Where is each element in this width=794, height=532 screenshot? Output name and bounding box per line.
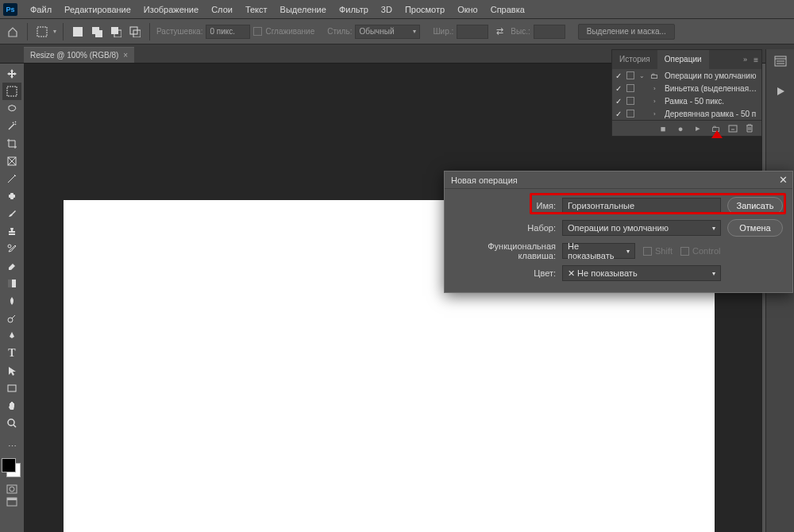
svg-point-12 bbox=[8, 245, 11, 248]
check-icon[interactable]: ✓ bbox=[615, 97, 622, 106]
panel-menu-icon[interactable]: ≡ bbox=[754, 56, 758, 64]
menu-layers[interactable]: Слои bbox=[205, 0, 239, 19]
dock-icon-1[interactable] bbox=[770, 52, 791, 70]
set-select[interactable]: Операции по умолчанию▾ bbox=[562, 220, 721, 236]
svg-rect-23 bbox=[729, 125, 737, 132]
color-swatches[interactable] bbox=[2, 458, 22, 479]
caret-icon[interactable]: › bbox=[653, 110, 660, 118]
dock-play-icon[interactable] bbox=[770, 83, 791, 100]
history-brush-tool[interactable] bbox=[2, 240, 21, 257]
menu-filter[interactable]: Фильтр bbox=[333, 0, 375, 19]
crop-tool[interactable] bbox=[2, 135, 21, 152]
width-input[interactable] bbox=[457, 25, 488, 39]
modal-icon[interactable] bbox=[626, 71, 634, 79]
modal-icon[interactable] bbox=[626, 110, 634, 118]
fg-swatch[interactable] bbox=[2, 458, 16, 472]
check-icon[interactable]: ✓ bbox=[615, 110, 622, 118]
caret-icon[interactable]: ⌄ bbox=[639, 72, 646, 79]
eyedropper-tool[interactable] bbox=[2, 170, 21, 187]
hand-tool[interactable] bbox=[2, 397, 21, 414]
quickmask-icon[interactable] bbox=[6, 484, 18, 495]
document-tab[interactable]: Resize @ 100% (RGB/8) × bbox=[24, 47, 134, 63]
marquee-tool-icon[interactable] bbox=[34, 24, 50, 40]
control-checkbox[interactable] bbox=[680, 247, 689, 256]
menu-image[interactable]: Изображение bbox=[137, 0, 205, 19]
shift-checkbox[interactable] bbox=[643, 247, 652, 256]
move-tool[interactable] bbox=[2, 65, 21, 83]
tab-actions[interactable]: Операции bbox=[657, 50, 709, 69]
height-input[interactable] bbox=[534, 25, 565, 39]
modal-icon[interactable] bbox=[626, 84, 634, 92]
action-row[interactable]: ✓ › Виньетка (выделенная о... bbox=[612, 82, 761, 94]
menu-edit[interactable]: Редактирование bbox=[58, 0, 137, 19]
svg-rect-14 bbox=[8, 279, 12, 287]
swap-wh-icon[interactable]: ⇄ bbox=[491, 24, 507, 40]
zoom-tool[interactable] bbox=[2, 414, 21, 432]
blur-tool[interactable] bbox=[2, 292, 21, 310]
stop-icon[interactable]: ■ bbox=[658, 124, 668, 133]
caret-icon[interactable]: › bbox=[653, 85, 660, 92]
type-tool[interactable]: T bbox=[2, 345, 21, 362]
gradient-tool[interactable] bbox=[2, 275, 21, 292]
new-action-dialog: Новая операция ✕ Имя: Записать Набор: Оп… bbox=[444, 171, 793, 293]
menu-file[interactable]: Файл bbox=[24, 0, 58, 19]
caret-icon[interactable]: › bbox=[653, 98, 660, 105]
document-tab-label: Resize @ 100% (RGB/8) bbox=[30, 51, 118, 60]
dialog-title: Новая операция bbox=[451, 175, 518, 185]
lasso-tool[interactable] bbox=[2, 100, 21, 118]
home-icon[interactable] bbox=[5, 24, 21, 40]
panel-expand-icon[interactable]: » bbox=[743, 56, 747, 64]
menu-select[interactable]: Выделение bbox=[274, 0, 333, 19]
menu-bar: Ps Файл Редактирование Изображение Слои … bbox=[0, 0, 794, 19]
action-label: Рамка - 50 пикс. bbox=[665, 97, 758, 106]
menu-3d[interactable]: 3D bbox=[375, 0, 399, 19]
close-icon[interactable]: × bbox=[123, 51, 128, 60]
folder-icon: 🗀 bbox=[650, 71, 660, 80]
brush-tool[interactable] bbox=[2, 205, 21, 222]
cancel-button[interactable]: Отмена bbox=[727, 219, 783, 237]
action-row[interactable]: ✓ ⌄ 🗀 Операции по умолчанию bbox=[612, 69, 761, 82]
magic-wand-tool[interactable] bbox=[2, 118, 21, 135]
healing-tool[interactable] bbox=[2, 187, 21, 205]
color-select[interactable]: ✕ Не показывать▾ bbox=[562, 265, 721, 281]
antialias-checkbox[interactable] bbox=[253, 27, 262, 36]
check-icon[interactable]: ✓ bbox=[615, 84, 622, 93]
close-icon[interactable]: ✕ bbox=[779, 174, 788, 186]
feather-input[interactable] bbox=[206, 25, 250, 39]
style-select[interactable]: Обычный▾ bbox=[355, 25, 420, 39]
pen-tool[interactable] bbox=[2, 327, 21, 345]
dialog-title-bar[interactable]: Новая операция ✕ bbox=[445, 172, 792, 189]
check-icon[interactable]: ✓ bbox=[615, 71, 622, 80]
action-row[interactable]: ✓ › Рамка - 50 пикс. bbox=[612, 94, 761, 107]
selection-add-icon[interactable] bbox=[89, 24, 105, 40]
selection-new-icon[interactable] bbox=[70, 24, 86, 40]
menu-window[interactable]: Окно bbox=[451, 0, 484, 19]
screenmode-icon[interactable] bbox=[6, 496, 18, 507]
stamp-tool[interactable] bbox=[2, 222, 21, 240]
modal-icon[interactable] bbox=[626, 97, 634, 105]
action-row[interactable]: ✓ › Деревянная рамка - 50 п bbox=[612, 107, 761, 120]
frame-tool[interactable] bbox=[2, 152, 21, 170]
selection-intersect-icon[interactable] bbox=[127, 24, 143, 40]
shape-tool[interactable] bbox=[2, 380, 21, 397]
annotation-arrow-icon bbox=[711, 130, 723, 148]
menu-view[interactable]: Просмотр bbox=[399, 0, 451, 19]
record-button[interactable]: Записать bbox=[727, 197, 783, 214]
select-and-mask-button[interactable]: Выделение и маска... bbox=[578, 24, 675, 40]
new-action-icon[interactable] bbox=[728, 125, 738, 133]
play-icon[interactable]: ▸ bbox=[693, 123, 703, 133]
menu-help[interactable]: Справка bbox=[484, 0, 531, 19]
fkey-select[interactable]: Не показывать▾ bbox=[562, 243, 635, 259]
dodge-tool[interactable] bbox=[2, 310, 21, 327]
style-label: Стиль: bbox=[327, 27, 352, 36]
name-input[interactable] bbox=[562, 198, 721, 214]
path-select-tool[interactable] bbox=[2, 362, 21, 380]
tab-history[interactable]: История bbox=[612, 50, 657, 69]
menu-text[interactable]: Текст bbox=[239, 0, 274, 19]
trash-icon[interactable] bbox=[746, 124, 755, 133]
record-icon[interactable]: ● bbox=[676, 124, 685, 133]
eraser-tool[interactable] bbox=[2, 257, 21, 275]
selection-sub-icon[interactable] bbox=[108, 24, 124, 40]
edit-toolbar-icon[interactable]: ⋯ bbox=[2, 438, 21, 455]
marquee-tool[interactable] bbox=[2, 83, 21, 100]
